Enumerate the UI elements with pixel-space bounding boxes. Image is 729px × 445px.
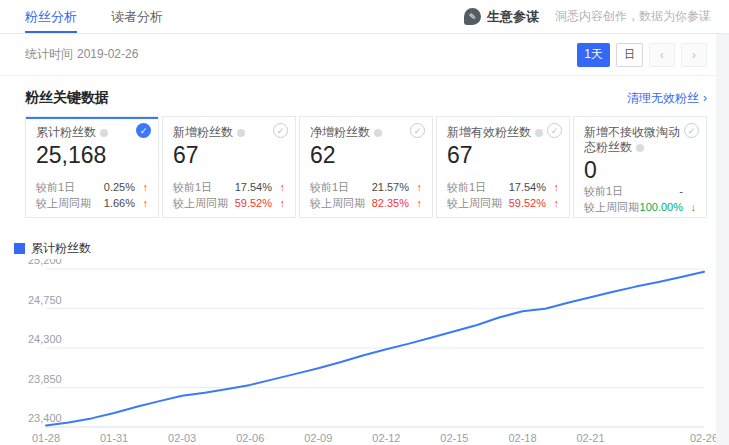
stat-time: 统计时间2019-02-26 (25, 46, 138, 63)
card-title: 净增粉丝数 (310, 125, 370, 139)
next-day-button[interactable]: › (681, 43, 707, 67)
date-toolbar: 统计时间2019-02-26 1天 日 ‹ › (0, 34, 729, 76)
metric-row: 较上周同期 1.66% ↑ (36, 195, 148, 211)
clean-invalid-fans-link[interactable]: 清理无效粉丝 › (627, 90, 707, 107)
card-check-icon[interactable]: ✓ (684, 123, 699, 138)
chart-area: 23,40023,85024,30024,75025,20001-2801-31… (0, 259, 729, 445)
y-axis-label: 23,850 (28, 373, 62, 385)
card-value: 62 (310, 142, 422, 168)
metric-row: 较前1日 17.54% ↑ (173, 179, 285, 195)
date-range-controls: 1天 日 ‹ › (577, 43, 707, 67)
trend-up-icon: ↑ (546, 195, 559, 211)
top-tab-bar: 粉丝分析 读者分析 ✎ 生意参谋 洞悉内容创作，数据为你参谋 (0, 0, 729, 34)
metric-row: 较前1日 0.25% ↑ (36, 179, 148, 195)
x-axis-label: 02-26 (690, 432, 718, 444)
legend-label: 累计粉丝数 (31, 240, 91, 257)
chevron-left-icon: ‹ (660, 47, 664, 62)
metric-row: 较前1日 17.54% ↑ (447, 179, 559, 195)
card-check-icon[interactable]: ✓ (410, 123, 425, 138)
card-value: 25,168 (36, 142, 148, 168)
stat-date: 2019-02-26 (77, 47, 138, 61)
unit-day-button[interactable]: 日 (616, 43, 643, 67)
metric-card-net-new-fans[interactable]: ✓ 净增粉丝数 62 较前1日 21.57% ↑ 较上周同期 82.35% ↑ (299, 116, 433, 218)
info-dot-icon (374, 129, 382, 137)
info-dot-icon (100, 129, 108, 137)
trend-up-icon: ↑ (409, 195, 422, 211)
card-check-icon[interactable]: ✓ (547, 123, 562, 138)
x-axis-label: 02-12 (372, 432, 400, 444)
metric-value: 21.57% (372, 179, 409, 195)
metric-value: - (679, 183, 683, 199)
trend-up-icon: ↑ (272, 195, 285, 211)
metric-label: 较上周同期 (310, 195, 365, 211)
metric-label: 较上周同期 (36, 195, 91, 211)
x-axis-label: 01-28 (32, 432, 60, 444)
card-value: 67 (447, 142, 559, 168)
trend-up-icon: ↑ (135, 195, 148, 211)
metric-label: 较前1日 (584, 183, 623, 199)
info-dot-icon (535, 129, 543, 137)
metric-value: 59.52% (509, 195, 546, 211)
metric-label: 较前1日 (447, 179, 486, 195)
metric-value: 0.25% (104, 179, 135, 195)
x-axis-label: 02-09 (304, 432, 332, 444)
series-line-cumulative-fans (46, 272, 704, 426)
metric-value: 82.35% (372, 195, 409, 211)
metric-label: 较前1日 (173, 179, 212, 195)
chart-legend[interactable]: 累计粉丝数 (0, 230, 729, 259)
x-axis-label: 01-31 (100, 432, 128, 444)
fans-trend-chart: 23,40023,85024,30024,75025,20001-2801-31… (14, 259, 720, 445)
metric-value: 17.54% (509, 179, 546, 195)
card-title: 新增不接收微淘动态粉丝数 (584, 125, 680, 154)
trend-up-icon: ↑ (272, 179, 285, 195)
card-value: 67 (173, 142, 285, 168)
prev-day-button[interactable]: ‹ (649, 43, 675, 67)
metric-card-new-valid-fans[interactable]: ✓ 新增有效粉丝数 67 较前1日 17.54% ↑ 较上周同期 59.52% … (436, 116, 570, 218)
trend-up-icon: ↑ (409, 179, 422, 195)
metric-card-new-fans[interactable]: ✓ 新增粉丝数 67 较前1日 17.54% ↑ 较上周同期 59.52% ↑ (162, 116, 296, 218)
metric-card-new-no-weitao-fans[interactable]: ✓ 新增不接收微淘动态粉丝数 0 较前1日 - 较上周同期 100.00% ↓ (573, 116, 707, 218)
tab-fans-analysis[interactable]: 粉丝分析 (25, 0, 77, 33)
card-value: 0 (584, 157, 696, 183)
metric-label: 较前1日 (310, 179, 349, 195)
info-dot-icon (237, 129, 245, 137)
brand-slogan: 洞悉内容创作，数据为你参谋 (555, 8, 711, 25)
y-axis-label: 23,400 (28, 412, 62, 424)
metric-cards-row: ✓ 累计粉丝数 25,168 较前1日 0.25% ↑ 较上周同期 1.66% … (0, 114, 729, 230)
x-axis-label: 02-03 (168, 432, 196, 444)
metric-label: 较上周同期 (447, 195, 502, 211)
metric-value: 1.66% (104, 195, 135, 211)
chevron-right-icon: › (692, 47, 696, 62)
legend-swatch-icon (14, 243, 25, 254)
range-1day-button[interactable]: 1天 (577, 43, 610, 67)
metric-card-cumulative-fans[interactable]: ✓ 累计粉丝数 25,168 较前1日 0.25% ↑ 较上周同期 1.66% … (25, 116, 159, 218)
metric-value: 17.54% (235, 179, 272, 195)
metric-label: 较上周同期 (584, 199, 639, 215)
y-axis-label: 25,200 (28, 259, 62, 266)
metric-value: 100.00% (640, 199, 683, 215)
metric-label: 较前1日 (36, 179, 75, 195)
trend-up-icon: ↑ (135, 179, 148, 195)
card-check-icon[interactable]: ✓ (273, 123, 288, 138)
metric-row: 较前1日 - (584, 183, 696, 199)
tab-reader-analysis[interactable]: 读者分析 (111, 0, 163, 33)
metric-row: 较上周同期 82.35% ↑ (310, 195, 422, 211)
stat-time-label: 统计时间 (25, 47, 73, 61)
x-axis-label: 02-21 (576, 432, 604, 444)
brand-name: 生意参谋 (487, 8, 539, 26)
metric-row: 较上周同期 59.52% ↑ (447, 195, 559, 211)
info-dot-icon (636, 144, 644, 152)
card-title: 新增有效粉丝数 (447, 125, 531, 139)
sycm-logo-icon: ✎ (464, 8, 481, 25)
metric-row: 较上周同期 59.52% ↑ (173, 195, 285, 211)
card-check-icon[interactable]: ✓ (136, 123, 151, 138)
y-axis-label: 24,750 (28, 294, 62, 306)
clean-invalid-fans-label: 清理无效粉丝 (627, 90, 699, 107)
brand: ✎ 生意参谋 洞悉内容创作，数据为你参谋 (464, 0, 711, 33)
x-axis-label: 02-06 (236, 432, 264, 444)
x-axis-label: 02-15 (440, 432, 468, 444)
trend-down-icon: ↓ (683, 199, 696, 215)
metric-row: 较上周同期 100.00% ↓ (584, 199, 696, 215)
x-axis-label: 02-18 (508, 432, 536, 444)
card-title: 累计粉丝数 (36, 125, 96, 139)
